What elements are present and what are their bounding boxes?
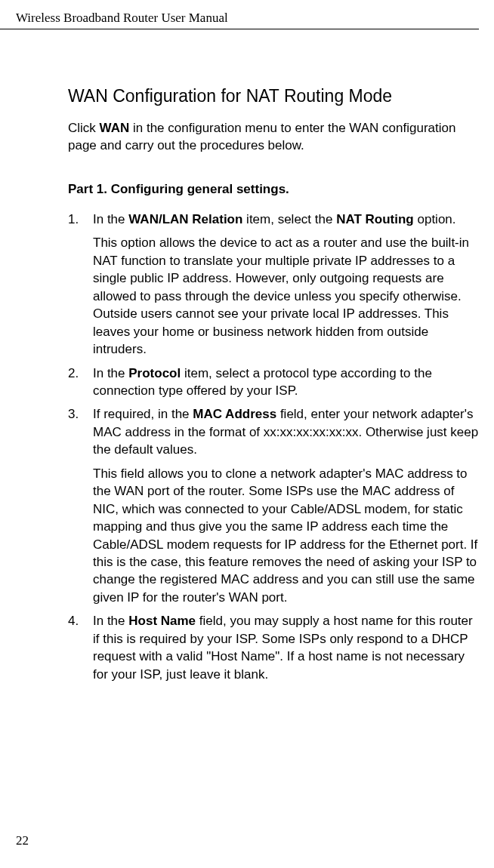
list-item-2: 2. In the Protocol item, select a protoc… xyxy=(68,365,479,400)
list-item-3: 3. If required, in the MAC Address field… xyxy=(68,405,479,606)
list-item-4: 4. In the Host Name field, you may suppl… xyxy=(68,612,479,683)
page-content: WAN Configuration for NAT Routing Mode C… xyxy=(0,29,494,683)
list-number: 4. xyxy=(68,612,79,629)
text-bold: WAN/LAN Relation xyxy=(128,212,242,226)
text: In the xyxy=(93,614,128,628)
list-item-1: 1. In the WAN/LAN Relation item, select … xyxy=(68,211,479,359)
item-4-para-1: In the Host Name field, you may supply a… xyxy=(93,612,479,683)
text: In the xyxy=(93,212,128,226)
item-2-para-1: In the Protocol item, select a protocol … xyxy=(93,365,479,400)
section-title: WAN Configuration for NAT Routing Mode xyxy=(68,86,479,106)
document-header: Wireless Broadband Router User Manual xyxy=(0,0,479,29)
item-3-para-2: This field allows you to clone a network… xyxy=(93,465,479,607)
text-bold: Host Name xyxy=(128,614,196,628)
part-title: Part 1. Configuring general settings. xyxy=(68,182,479,197)
text-bold: MAC Address xyxy=(193,407,276,421)
list-number: 3. xyxy=(68,405,79,423)
text: option. xyxy=(414,212,456,226)
text: item, select the xyxy=(242,212,336,226)
list-number: 2. xyxy=(68,365,79,382)
text: If required, in the xyxy=(93,407,193,421)
intro-bold: WAN xyxy=(100,121,130,135)
text: In the xyxy=(93,366,128,380)
item-3-para-1: If required, in the MAC Address field, e… xyxy=(93,405,479,458)
text-bold: Protocol xyxy=(128,366,181,380)
list-number: 1. xyxy=(68,211,79,228)
intro-text: Click WAN in the configuration menu to e… xyxy=(68,120,479,155)
item-1-para-2: This option allows the device to act as … xyxy=(93,234,479,358)
intro-pre: Click xyxy=(68,121,100,135)
text-bold: NAT Routing xyxy=(336,212,414,226)
page-number: 22 xyxy=(16,833,29,848)
item-1-para-1: In the WAN/LAN Relation item, select the… xyxy=(93,211,479,228)
